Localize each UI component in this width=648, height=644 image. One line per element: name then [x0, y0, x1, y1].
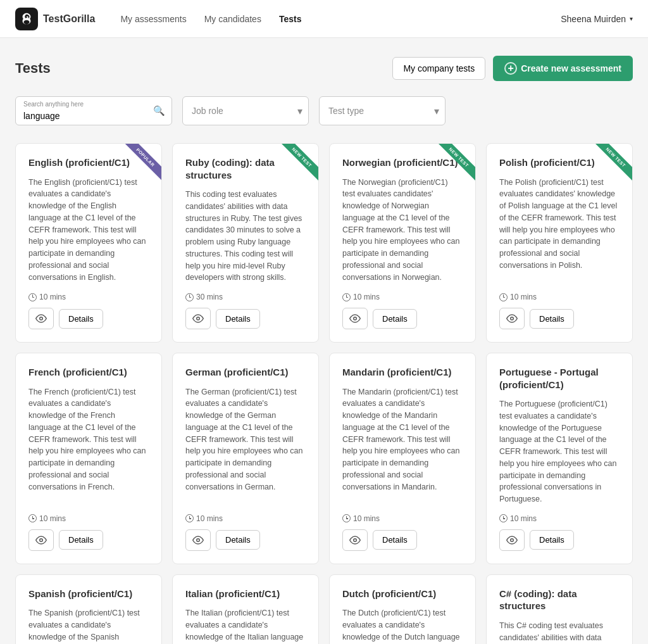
header-actions: My company tests + Create new assessment [392, 56, 633, 81]
nav-my-candidates[interactable]: My candidates [204, 14, 261, 24]
card-footer: 10 mins Details [28, 293, 149, 329]
details-button[interactable]: Details [373, 309, 417, 329]
preview-button[interactable] [28, 529, 54, 551]
card-12: C# (coding): data structures This C# cod… [486, 574, 633, 644]
cards-grid: POPULAR English (proficient/C1) The Engl… [15, 143, 633, 644]
card-duration: 10 mins [499, 293, 620, 301]
duration-text: 30 mins [196, 293, 223, 301]
my-company-tests-button[interactable]: My company tests [392, 57, 485, 80]
card-actions: Details [499, 529, 620, 551]
eye-icon [506, 313, 518, 324]
details-button[interactable]: Details [59, 309, 103, 329]
card-footer: 10 mins Details [499, 514, 620, 551]
duration-text: 10 mins [510, 293, 537, 301]
preview-button[interactable] [342, 308, 368, 329]
preview-button[interactable] [28, 308, 54, 329]
card-5: French (proficient/C1) The French (profi… [15, 353, 162, 564]
svg-point-1 [197, 317, 200, 320]
page-header: Tests My company tests + Create new asse… [15, 56, 633, 81]
details-button[interactable]: Details [530, 530, 574, 550]
main-content: Tests My company tests + Create new asse… [0, 38, 648, 644]
create-assessment-label: Create new assessment [521, 63, 621, 73]
eye-icon [192, 313, 204, 324]
card-footer: 10 mins Details [499, 293, 620, 329]
details-button[interactable]: Details [216, 309, 260, 329]
card-title: Italian (proficient/C1) [185, 588, 306, 600]
card-description: The French (proficient/C1) test evaluate… [28, 386, 149, 505]
page-title: Tests [15, 60, 51, 77]
search-input[interactable] [16, 97, 171, 125]
card-footer: 10 mins Details [342, 514, 463, 551]
card-actions: Details [499, 308, 620, 329]
logo-text: TestGorilla [43, 13, 95, 25]
details-button[interactable]: Details [530, 309, 574, 329]
card-footer: 10 mins Details [342, 293, 463, 329]
card-11: Dutch (proficient/C1) The Dutch (profici… [329, 574, 476, 644]
svg-point-3 [511, 317, 514, 320]
duration-text: 10 mins [196, 514, 223, 523]
card-title: German (proficient/C1) [185, 366, 306, 379]
card-description: The Portuguese (proficient/C1) test eval… [499, 398, 620, 505]
card-footer: 10 mins Details [185, 514, 306, 551]
card-description: This C# coding test evaluates candidates… [499, 620, 620, 644]
card-10: Italian (proficient/C1) The Italian (pro… [172, 574, 319, 644]
card-duration: 10 mins [28, 293, 149, 301]
card-8: Portuguese - Portugal (proficient/C1) Th… [486, 353, 633, 564]
svg-point-4 [40, 539, 43, 542]
preview-button[interactable] [342, 529, 368, 551]
preview-button[interactable] [499, 529, 525, 551]
card-duration: 10 mins [185, 514, 306, 523]
duration-text: 10 mins [39, 293, 66, 301]
search-field-group: Search anything here 🔍 [15, 96, 172, 125]
card-2: NEW TEST Ruby (coding): data structures … [172, 143, 319, 343]
preview-button[interactable] [499, 308, 525, 329]
card-description: The Italian (proficient/C1) test evaluat… [185, 607, 306, 644]
eye-icon [192, 534, 204, 546]
card-title: Ruby (coding): data structures [185, 156, 306, 181]
card-7: Mandarin (proficient/C1) The Mandarin (p… [329, 353, 476, 564]
job-role-select[interactable]: Job role [182, 96, 309, 125]
logo-icon [15, 8, 38, 30]
nav-my-assessments[interactable]: My assessments [120, 14, 186, 24]
preview-button[interactable] [185, 529, 211, 551]
card-duration: 10 mins [342, 293, 463, 301]
logo[interactable]: TestGorilla [15, 8, 95, 30]
chevron-down-icon: ▾ [630, 15, 633, 22]
card-6: German (proficient/C1) The German (profi… [172, 353, 319, 564]
test-type-select[interactable]: Test type [319, 96, 446, 125]
clock-icon [28, 293, 37, 301]
gorilla-icon [20, 12, 34, 26]
card-actions: Details [342, 308, 463, 329]
card-footer: 10 mins Details [28, 514, 149, 551]
card-duration: 10 mins [342, 514, 463, 523]
details-button[interactable]: Details [216, 530, 260, 550]
duration-text: 10 mins [353, 514, 380, 523]
nav-tests[interactable]: Tests [279, 14, 302, 24]
details-button[interactable]: Details [59, 530, 103, 550]
eye-icon [35, 313, 47, 324]
preview-button[interactable] [185, 308, 211, 329]
duration-text: 10 mins [510, 514, 537, 523]
details-button[interactable]: Details [373, 530, 417, 550]
card-description: The German (proficient/C1) test evaluate… [185, 386, 306, 505]
card-actions: Details [28, 529, 149, 551]
svg-point-0 [40, 317, 43, 320]
test-type-filter-wrap: Test type ▾ [319, 96, 446, 125]
card-description: This coding test evaluates candidates' a… [185, 189, 306, 284]
user-menu[interactable]: Sheena Muirden ▾ [561, 14, 633, 24]
card-3: NEW TEST Norwegian (proficient/C1) The N… [329, 143, 476, 343]
card-title: Mandarin (proficient/C1) [342, 366, 463, 379]
clock-icon [342, 293, 351, 301]
card-description: The Polish (proficient/C1) test evaluate… [499, 177, 620, 284]
clock-icon [28, 514, 37, 522]
card-description: The Spanish (proficient/C1) test evaluat… [28, 607, 149, 644]
clock-icon [342, 514, 351, 522]
svg-point-5 [197, 539, 200, 542]
create-assessment-button[interactable]: + Create new assessment [493, 56, 633, 81]
card-title: Dutch (proficient/C1) [342, 588, 463, 600]
card-description: The Mandarin (proficient/C1) test evalua… [342, 386, 463, 505]
card-actions: Details [342, 529, 463, 551]
clock-icon [499, 514, 508, 522]
search-icon: 🔍 [153, 105, 165, 117]
card-duration: 10 mins [499, 514, 620, 523]
